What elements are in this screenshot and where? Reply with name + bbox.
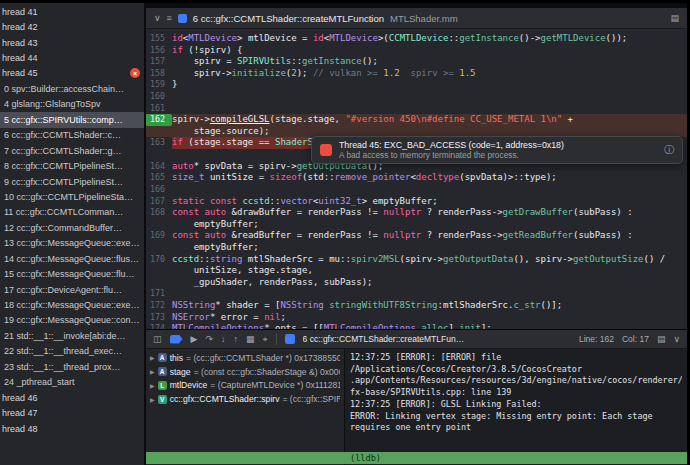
stack-frame-row[interactable]: 11 cc::gfx::CCMTLComman…: [0, 205, 144, 220]
thread-row[interactable]: hread 42: [0, 19, 144, 34]
code-line[interactable]: 171: [146, 288, 687, 300]
breakpoints-toggle-icon[interactable]: [170, 335, 183, 344]
line-number[interactable]: 158: [146, 68, 172, 80]
code-line[interactable]: 168const auto &drawBuffer = renderPass !…: [146, 207, 687, 219]
crash-annotation[interactable]: Thread 45: EXC_BAD_ACCESS (code=1, addre…: [311, 136, 683, 164]
thread-row[interactable]: hread 45×: [0, 66, 144, 81]
stack-frame-row[interactable]: 19 cc::gfx::MessageQueue::con…: [0, 313, 144, 328]
line-number[interactable]: 164: [146, 161, 172, 173]
lldb-prompt[interactable]: (lldb): [146, 452, 687, 464]
line-number[interactable]: 161: [146, 103, 172, 115]
code-line[interactable]: 169const auto &readBuffer = renderPass !…: [146, 230, 687, 242]
chevron-down-icon[interactable]: ∨: [154, 13, 161, 23]
view-hierarchy-icon[interactable]: ▦: [246, 335, 255, 344]
stack-frame-row[interactable]: 10 cc::gfx::CCMTLPipelineSta…: [0, 189, 144, 204]
code-line[interactable]: 172NSString* shader = [NSString stringWi…: [146, 300, 687, 312]
line-number[interactable]: 172: [146, 300, 172, 312]
code-line[interactable]: 159}: [146, 79, 687, 91]
step-into-icon[interactable]: ↓: [221, 335, 226, 344]
code-line[interactable]: 161: [146, 103, 687, 115]
disclosure-icon[interactable]: ▶: [150, 382, 155, 389]
disclosure-icon[interactable]: ▶: [150, 396, 155, 403]
code-line[interactable]: _gpuShader, renderPass, subPass);: [146, 277, 687, 289]
thread-row[interactable]: hread 46: [0, 390, 144, 405]
stack-frame-row[interactable]: 12 cc::gfx::CommandBuffer…: [0, 220, 144, 235]
code-line[interactable]: emptyBuffer;: [146, 219, 687, 231]
thread-row[interactable]: hread 44: [0, 50, 144, 65]
stack-frame-row[interactable]: 8 cc::gfx::CCMTLPipelineSt…: [0, 158, 144, 173]
code-line[interactable]: 157 spirv = SPIRVUtils::getInstance();: [146, 56, 687, 68]
variables-view[interactable]: ▶Athis = (cc::gfx::CCMTLShader *) 0x1738…: [146, 349, 345, 465]
line-number[interactable]: 155: [146, 33, 172, 45]
chevron-down-icon[interactable]: ∨: [673, 335, 680, 344]
disclosure-icon[interactable]: ▶: [150, 368, 155, 375]
stack-frame-row[interactable]: 22 std::__1::__thread_exec…: [0, 344, 144, 359]
line-number[interactable]: [146, 242, 172, 254]
stack-frame-row[interactable]: 24 _pthread_start: [0, 375, 144, 390]
variable-row[interactable]: ▶Astage = (const cc::gfx::ShaderStage &)…: [146, 365, 344, 379]
stack-frame-row[interactable]: 23 std::__1::__thread_prox…: [0, 359, 144, 374]
stack-frame-row[interactable]: 17 cc::gfx::DeviceAgent::flu…: [0, 282, 144, 297]
thread-row[interactable]: hread 43: [0, 35, 144, 50]
breadcrumb[interactable]: 6 cc::gfx::CCMTLShader::createMTLFunctio…: [193, 13, 384, 24]
source-editor[interactable]: 155id<MTLDevice> mtlDevice = id<MTLDevic…: [146, 29, 687, 329]
line-number[interactable]: 162: [146, 114, 172, 126]
line-number[interactable]: [146, 219, 172, 231]
code-line[interactable]: 162spirv->compileGLSL(stage.stage, "#ver…: [146, 114, 687, 126]
info-icon[interactable]: ⓘ: [664, 143, 674, 157]
variable-row[interactable]: ▶Vcc::gfx::CCMTLShader::spirv = (cc::gfx…: [146, 392, 344, 406]
thread-row[interactable]: hread 41: [0, 4, 144, 19]
line-number[interactable]: 166: [146, 184, 172, 196]
debug-context-label[interactable]: 6 cc::gfx::CCMTLShader::createMTLFun…: [303, 334, 465, 344]
line-number[interactable]: 170: [146, 254, 172, 266]
line-number[interactable]: [146, 265, 172, 277]
stack-frame-row[interactable]: 13 cc::gfx::MessageQueue::exe…: [0, 236, 144, 251]
code-line[interactable]: 160: [146, 91, 687, 103]
variable-row[interactable]: ▶LmtlDevice = (CaptureMTLDevice *) 0x111…: [146, 379, 344, 393]
code-line[interactable]: emptyBuffer;: [146, 242, 687, 254]
thread-row[interactable]: hread 48: [0, 421, 144, 436]
code-line[interactable]: 158 spirv->initialize(2); // vulkan >= 1…: [146, 68, 687, 80]
stack-frame-row[interactable]: 0 spv::Builder::accessChain…: [0, 81, 144, 96]
file-name[interactable]: MTLShader.mm: [390, 13, 458, 24]
console-options-icon[interactable]: ▤: [657, 335, 666, 344]
hide-debug-area-icon[interactable]: ◫: [153, 335, 162, 344]
line-number[interactable]: 168: [146, 207, 172, 219]
thread-row[interactable]: hread 47: [0, 405, 144, 420]
line-number[interactable]: 173: [146, 312, 172, 324]
line-number[interactable]: 171: [146, 288, 172, 300]
line-number[interactable]: 156: [146, 45, 172, 57]
stack-frame-row[interactable]: 5 cc::gfx::SPIRVUtils::comp…: [0, 112, 144, 127]
stack-frame-row[interactable]: 14 cc::gfx::MessageQueue::flus…: [0, 251, 144, 266]
stack-frame-row[interactable]: 7 cc::gfx::CCMTLShader::g…: [0, 143, 144, 158]
continue-icon[interactable]: ▶: [191, 335, 198, 344]
code-line[interactable]: 156if (!spirv) {: [146, 45, 687, 57]
location-icon[interactable]: ⌖: [263, 335, 268, 344]
line-number[interactable]: 165: [146, 172, 172, 184]
code-line[interactable]: 170ccstd::string mtlShaderSrc = mu::spir…: [146, 254, 687, 266]
line-number[interactable]: [146, 277, 172, 289]
stack-frame-row[interactable]: 21 std::__1::__invoke[abi:de…: [0, 328, 144, 343]
code-line[interactable]: 174MTLCompileOptions* opts = [[MTLCompil…: [146, 323, 687, 329]
disclosure-icon[interactable]: ▶: [150, 354, 155, 361]
line-number[interactable]: [146, 126, 172, 138]
code-line[interactable]: 167static const ccstd::vector<uint32_t> …: [146, 196, 687, 208]
stack-frame-row[interactable]: 6 cc::gfx::CCMTLShader::c…: [0, 128, 144, 143]
line-number[interactable]: 160: [146, 91, 172, 103]
line-number[interactable]: 163: [146, 137, 172, 149]
editor-options-icon[interactable]: ▤: [670, 13, 679, 23]
stack-frame-row[interactable]: 4 glslang::GlslangToSpv: [0, 97, 144, 112]
line-number[interactable]: 157: [146, 56, 172, 68]
stack-frame-row[interactable]: 15 cc::gfx::MessageQueue::flu…: [0, 266, 144, 281]
step-out-icon[interactable]: ↑: [233, 335, 238, 344]
code-line[interactable]: 173NSError* error = nil;: [146, 312, 687, 324]
line-number[interactable]: 167: [146, 196, 172, 208]
related-items-icon[interactable]: ≡: [167, 13, 172, 23]
line-number[interactable]: 169: [146, 230, 172, 242]
console-output[interactable]: 12:37:25 [ERROR]: [ERROR] file/Applicati…: [345, 349, 687, 465]
stack-frame-row[interactable]: 9 cc::gfx::CCMTLPipelineSt…: [0, 174, 144, 189]
code-line[interactable]: 155id<MTLDevice> mtlDevice = id<MTLDevic…: [146, 33, 687, 45]
code-line[interactable]: unitSize, stage.stage,: [146, 265, 687, 277]
line-number[interactable]: 159: [146, 79, 172, 91]
step-over-icon[interactable]: ↷: [205, 335, 213, 344]
